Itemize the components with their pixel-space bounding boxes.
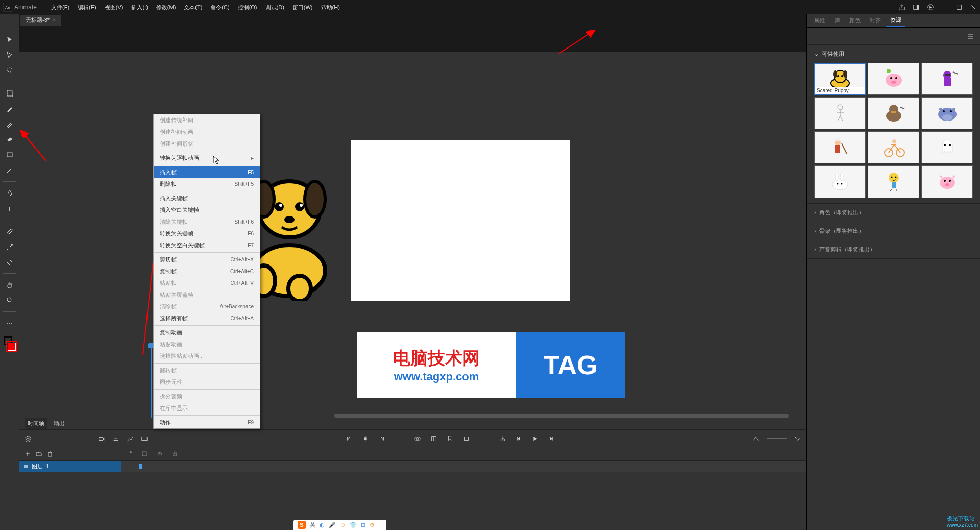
ctx-select-all[interactable]: 选择所有帧Ctrl+Alt+A [154,312,260,324]
last-frame-icon[interactable] [548,435,555,442]
menu-modify[interactable]: 修改(M) [152,2,180,13]
play-button-icon[interactable] [531,435,538,442]
menu-text[interactable]: 文本(T) [180,2,206,13]
onion-skin-icon[interactable] [414,435,421,442]
ctx-convert-keyframe[interactable]: 转换为关键帧F6 [154,228,260,239]
tab-align[interactable]: 对齐 [866,15,885,26]
ctx-insert-blank-keyframe[interactable]: 插入空白关键帧 [154,204,260,216]
asset-pink-pig[interactable] [921,165,973,198]
asset-ninja[interactable] [921,63,973,95]
asset-ghost[interactable] [921,131,973,163]
ctx-insert-keyframe[interactable]: 插入关键帧 [154,192,260,204]
bone-tool[interactable] [5,226,15,236]
zoom-out-timeline-icon[interactable] [752,435,760,442]
asset-pig[interactable] [868,63,919,95]
asset-hippo[interactable] [921,97,973,129]
asset-grandpa[interactable] [814,131,866,163]
ime-skin-icon[interactable]: 👕 [350,522,357,528]
ctx-sync-symbols[interactable]: 同步元件 [154,376,260,388]
minimize-icon[interactable] [941,4,948,11]
asset-skeleton[interactable] [814,97,866,129]
new-folder-icon[interactable] [36,451,42,457]
menu-debug[interactable]: 调试(D) [261,2,288,13]
prev-keyframe-icon[interactable] [346,435,353,442]
ctx-paste-frames[interactable]: 粘贴帧Ctrl+Alt+V [154,277,260,289]
frame-view-icon[interactable] [141,435,148,442]
lasso-tool[interactable] [5,65,15,76]
maximize-icon[interactable] [955,4,963,11]
camera-icon[interactable] [98,435,105,442]
horizontal-scrollbar[interactable] [334,414,789,418]
color-swatches[interactable] [4,336,16,351]
tab-properties[interactable]: 属性 [810,15,829,26]
hand-tool[interactable] [5,280,15,290]
paint-bucket-tool[interactable] [5,257,15,267]
line-tool[interactable] [5,165,15,175]
text-tool[interactable]: T [5,203,15,213]
zoom-tool[interactable] [5,295,15,305]
menu-view[interactable]: 视图(V) [101,2,128,13]
tab-color[interactable]: 颜色 [845,15,865,26]
graph-icon[interactable] [127,435,134,442]
ctx-clear-frames[interactable]: 清除帧Alt+Backspace [154,301,260,312]
layer-row[interactable]: 图层_1 [19,461,806,472]
close-tab-icon[interactable] [53,17,56,23]
menu-window[interactable]: 窗口(W) [288,2,317,13]
ime-voice-icon[interactable]: ◐ [320,522,325,528]
ctx-actions[interactable]: 动作F9 [154,417,260,428]
asset-warrior-dog[interactable] [868,97,919,129]
close-icon[interactable] [970,4,977,11]
ctx-copy-frames[interactable]: 复制帧Ctrl+Alt+C [154,266,260,277]
asset-bicycle-girl[interactable] [868,131,919,163]
timeline-track[interactable] [121,461,806,472]
play-icon[interactable] [927,4,934,11]
ctx-copy-motion[interactable]: 复制动画 [154,327,260,339]
ime-emoji-icon[interactable]: ☺ [340,522,346,528]
layer-depth-icon[interactable] [112,435,119,442]
menu-help[interactable]: 帮助(H) [317,2,344,13]
ctx-cut-frames[interactable]: 剪切帧Ctrl+Alt+X [154,254,260,266]
rectangle-tool[interactable] [5,150,15,160]
selection-tool[interactable] [5,35,15,45]
ctx-create-shape-tween[interactable]: 创建补间形状 [154,138,260,150]
outline-col-icon[interactable] [142,451,147,456]
list-view-icon[interactable] [967,32,975,40]
menu-commands[interactable]: 命令(C) [206,2,233,13]
tab-timeline[interactable]: 时间轴 [24,418,47,429]
tab-assets[interactable]: 资源 [886,15,905,27]
brush-tool[interactable] [5,104,15,114]
ime-menu-icon[interactable]: ≡ [379,522,382,528]
eraser-tool[interactable] [5,134,15,144]
menu-insert[interactable]: 插入(I) [127,2,152,13]
ctx-remove-frame[interactable]: 删除帧Shift+F5 [154,178,260,190]
transform-tool[interactable] [5,88,15,99]
ctx-paste-motion[interactable]: 粘贴动画 [154,339,260,350]
rigs-section[interactable]: ›骨架（即将推出） [807,222,980,240]
timeline-ruler[interactable] [121,472,806,481]
ctx-create-classic-tween[interactable]: 创建传统补间 [154,114,260,126]
pencil-tool[interactable] [5,119,15,129]
add-layer-icon[interactable] [24,451,31,457]
next-keyframe-icon[interactable] [378,435,385,442]
tab-library[interactable]: 库 [830,15,844,26]
ime-toolbar[interactable]: S 英 ◐ 🎤 ☺ 👕 ⊞ ⚙ ≡ [293,520,386,530]
delete-layer-icon[interactable] [47,451,53,457]
insert-keyframe-icon[interactable] [362,435,369,442]
roles-section[interactable]: ›角色（即将推出） [807,204,980,222]
panel-menu-icon[interactable]: ≡ [966,16,977,26]
lock-col-icon[interactable] [173,451,178,456]
edit-toolbar-icon[interactable] [5,318,15,328]
menu-edit[interactable]: 编辑(E) [74,2,101,13]
ime-settings-icon[interactable]: ⚙ [370,522,375,528]
asset-scared-puppy[interactable]: Scared Puppy [814,63,866,95]
layer-name-cell[interactable]: 图层_1 [19,461,121,472]
timeline-zoom-slider[interactable] [767,438,787,439]
export-icon[interactable] [499,435,506,442]
loop-icon[interactable] [463,435,470,442]
panel-menu-icon[interactable]: ≡ [792,419,801,428]
asset-yellow-boy[interactable] [868,165,919,198]
ime-toolbox-icon[interactable]: ⊞ [361,522,365,528]
first-frame-icon[interactable] [515,435,522,442]
fill-swatch[interactable] [8,343,16,351]
ime-mic-icon[interactable]: 🎤 [329,522,336,528]
